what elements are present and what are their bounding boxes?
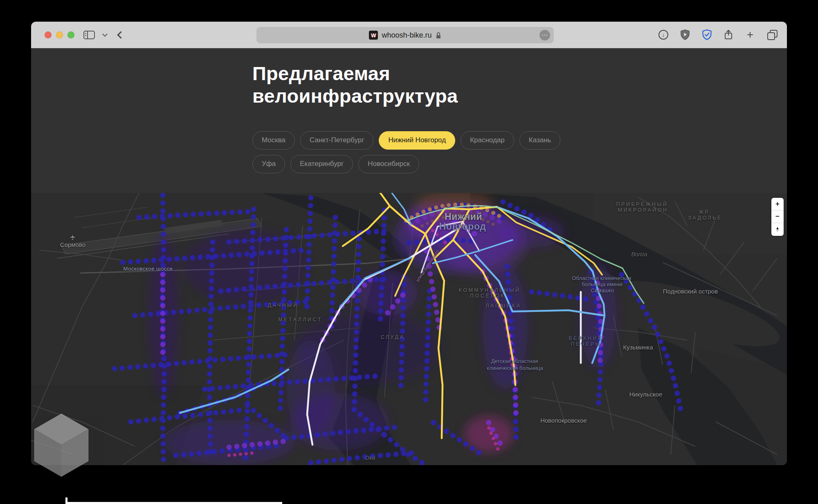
city-chips: МоскваСанкт-ПетербургНижний НовгородКрас… [252,131,584,173]
page-title-line2: велоинфраструктура [252,85,458,107]
page-title-line1: Предлагаемая [252,63,390,84]
extension-shield-button[interactable] [701,29,712,40]
new-tab-button[interactable]: + [745,29,755,40]
city-chip[interactable]: Москва [252,131,295,150]
fullscreen-button[interactable] [67,31,74,38]
share-icon [724,29,733,40]
tilt-down-icon: ▼ [775,230,780,232]
url-text: whoosh-bike.ru [382,31,431,40]
next-section-edge [65,502,282,504]
site-favicon: W [369,31,378,40]
city-chip[interactable]: Новосибирск [358,155,419,173]
city-chip[interactable]: Краснодар [461,131,514,150]
chevron-down-icon[interactable] [102,31,108,37]
shield-check-icon [702,29,712,40]
lock-icon [436,32,441,39]
browser-window: W whoosh-bike.ru ⋯ ↓ [31,22,787,465]
extension-adguard-button[interactable] [680,29,690,40]
download-icon: ↓ [658,30,668,40]
hero-section: Предлагаемая велоинфраструктура МоскваСа… [31,48,787,193]
downloads-button[interactable]: ↓ [658,29,669,40]
traffic-lights [45,22,74,48]
map-zoom-control: + − ▲ ▼ [771,198,784,236]
city-chip[interactable]: Екатеринбург [290,155,353,173]
plus-icon: + [747,29,753,40]
zoom-in-button[interactable]: + [771,198,784,211]
share-button[interactable] [723,29,734,40]
next-section-tick [65,497,67,502]
tabs-icon [768,32,775,39]
page-options-button[interactable]: ⋯ [539,30,550,40]
browser-toolbar: W whoosh-bike.ru ⋯ ↓ [31,22,787,48]
city-chip[interactable]: Нижний Новгород [379,131,455,150]
close-button[interactable] [45,31,52,38]
shield-play-icon [680,29,690,40]
map-canvas [31,193,787,465]
zoom-out-button[interactable]: − [771,211,784,223]
page-title: Предлагаемая велоинфраструктура [252,62,787,108]
whoosh-cube-logo [29,411,94,480]
url-field[interactable]: W whoosh-bike.ru ⋯ [256,27,554,43]
city-chip[interactable]: Уфа [252,155,285,173]
city-chip[interactable]: Казань [519,131,561,150]
back-button[interactable] [117,31,124,38]
minimize-button[interactable] [56,31,63,38]
tilt-control[interactable]: ▲ ▼ [771,223,784,236]
city-chip[interactable]: Санкт-Петербург [300,131,373,150]
sidebar-toggle-icon[interactable] [83,31,95,39]
tab-overview-button[interactable] [766,29,777,40]
bike-infrastructure-map[interactable]: ✈СормовоМосковское шоссеДАЧНЫЙМЕТАЛЛИСТС… [31,193,787,465]
